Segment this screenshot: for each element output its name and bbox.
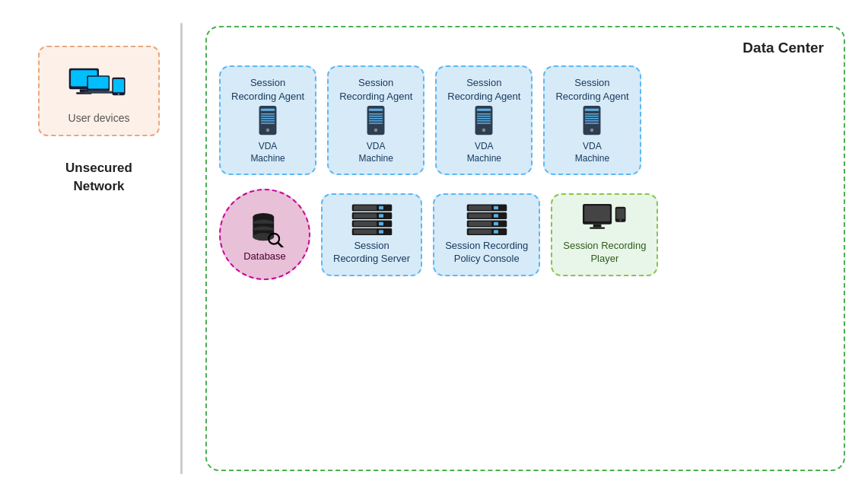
svg-rect-70 xyxy=(469,221,491,226)
user-devices-icon xyxy=(68,62,129,104)
svg-point-17 xyxy=(266,129,270,132)
top-row: SessionRecording Agent VDAMachine xyxy=(219,65,831,175)
svg-rect-13 xyxy=(261,116,275,117)
svg-rect-6 xyxy=(84,91,113,94)
user-devices-label: User devices xyxy=(68,112,130,124)
left-panel: User devices UnsecuredNetwork xyxy=(15,15,183,482)
svg-rect-35 xyxy=(585,109,599,111)
agent-2-label: SessionRecording Agent xyxy=(339,76,412,103)
svg-rect-76 xyxy=(584,205,610,221)
svg-line-50 xyxy=(278,243,282,247)
database-icon xyxy=(245,208,285,247)
session-recording-policy-icon xyxy=(464,204,510,236)
main-container: User devices UnsecuredNetwork Data Cente… xyxy=(0,0,868,497)
svg-rect-39 xyxy=(585,120,599,122)
user-devices-box: User devices xyxy=(38,46,160,136)
agent-box-2: SessionRecording Agent VDAMachine xyxy=(327,65,424,175)
vda-tower-icon-3 xyxy=(472,106,496,138)
agent-1-label: SessionRecording Agent xyxy=(231,76,304,103)
right-panel: Data Center SessionRecording Agent xyxy=(183,15,853,482)
svg-rect-52 xyxy=(354,205,377,210)
agent-2-sublabel: VDAMachine xyxy=(359,141,393,164)
session-recording-player-icon xyxy=(581,204,628,236)
svg-rect-55 xyxy=(354,213,377,218)
svg-rect-22 xyxy=(369,118,383,119)
data-center-border: Data Center SessionRecording Agent xyxy=(205,26,845,471)
svg-rect-78 xyxy=(590,227,605,228)
svg-rect-29 xyxy=(477,116,491,117)
svg-rect-71 xyxy=(494,221,498,225)
svg-rect-12 xyxy=(261,113,275,115)
agent-box-4: SessionRecording Agent VDAMachine xyxy=(543,65,641,175)
agent-box-1: SessionRecording Agent VDAMachine xyxy=(219,65,316,175)
svg-rect-67 xyxy=(469,213,491,218)
svg-rect-59 xyxy=(379,221,383,225)
svg-point-81 xyxy=(619,219,621,221)
data-center-title: Data Center xyxy=(219,40,831,56)
database-label: Database xyxy=(243,250,286,262)
svg-rect-16 xyxy=(261,123,275,124)
svg-rect-23 xyxy=(369,120,383,122)
svg-rect-21 xyxy=(369,116,383,117)
svg-rect-74 xyxy=(494,230,498,234)
svg-rect-65 xyxy=(494,205,498,209)
agent-box-3: SessionRecording Agent VDAMachine xyxy=(435,65,533,175)
svg-rect-77 xyxy=(593,224,602,227)
svg-rect-64 xyxy=(469,205,491,210)
bottom-row: Database xyxy=(219,189,831,280)
vda-tower-icon-2 xyxy=(364,106,388,138)
session-recording-server-label: SessionRecording Server xyxy=(333,239,410,266)
svg-rect-61 xyxy=(354,229,377,234)
svg-rect-31 xyxy=(477,120,491,122)
svg-rect-58 xyxy=(354,221,377,226)
agent-3-label: SessionRecording Agent xyxy=(447,76,520,103)
vda-tower-icon-4 xyxy=(580,106,604,138)
vda-tower-icon-1 xyxy=(256,106,280,138)
agent-1-sublabel: VDAMachine xyxy=(250,141,285,164)
session-recording-policy-label: Session RecordingPolicy Console xyxy=(445,239,528,266)
svg-rect-24 xyxy=(369,123,383,124)
svg-point-25 xyxy=(374,129,378,132)
svg-rect-15 xyxy=(261,120,275,122)
session-recording-player-label: Session RecordingPlayer xyxy=(563,239,646,266)
svg-rect-20 xyxy=(369,113,383,115)
svg-rect-40 xyxy=(585,123,599,124)
svg-rect-37 xyxy=(585,116,599,117)
session-recording-server-box: SessionRecording Server xyxy=(321,193,422,276)
svg-rect-27 xyxy=(477,109,491,111)
agent-4-label: SessionRecording Agent xyxy=(555,76,628,103)
svg-rect-62 xyxy=(379,230,383,234)
svg-point-9 xyxy=(118,93,119,94)
svg-rect-68 xyxy=(494,214,498,218)
svg-rect-56 xyxy=(379,214,383,218)
svg-point-33 xyxy=(482,129,486,132)
agent-4-sublabel: VDAMachine xyxy=(575,141,609,164)
svg-rect-11 xyxy=(261,109,275,111)
svg-rect-30 xyxy=(477,118,491,119)
session-recording-player-box: Session RecordingPlayer xyxy=(551,193,658,276)
agent-3-sublabel: VDAMachine xyxy=(467,141,501,164)
svg-rect-38 xyxy=(585,118,599,119)
database-box: Database xyxy=(219,189,310,280)
svg-rect-8 xyxy=(113,79,124,92)
svg-rect-53 xyxy=(379,205,383,209)
svg-point-41 xyxy=(590,129,594,132)
svg-rect-32 xyxy=(477,123,491,124)
session-recording-server-icon xyxy=(349,204,395,236)
unsecured-network-label: UnsecuredNetwork xyxy=(65,159,132,196)
session-recording-policy-box: Session RecordingPolicy Console xyxy=(433,193,540,276)
svg-rect-19 xyxy=(369,109,383,111)
svg-rect-80 xyxy=(616,209,625,219)
svg-rect-5 xyxy=(88,77,109,89)
svg-rect-73 xyxy=(469,229,491,234)
svg-rect-36 xyxy=(585,113,599,115)
svg-rect-14 xyxy=(261,118,275,119)
svg-rect-28 xyxy=(477,113,491,115)
